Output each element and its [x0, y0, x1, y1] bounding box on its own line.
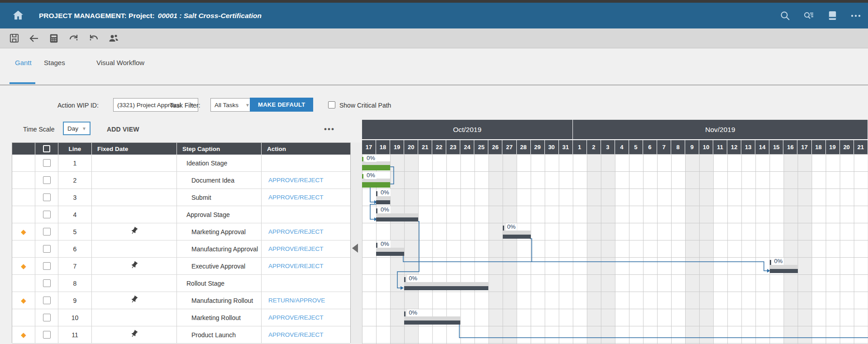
- bar-baseline-band: [404, 282, 488, 286]
- search-icon[interactable]: [779, 10, 791, 22]
- bar-baseline-band: [770, 265, 798, 269]
- gantt-bar-row-10[interactable]: 0%: [404, 309, 460, 326]
- day-cell: 9: [685, 140, 699, 154]
- gantt-bar-row-6[interactable]: 0%: [376, 240, 404, 257]
- fixed-date-cell: [92, 223, 177, 240]
- show-critical-path-label: Show Critical Path: [339, 102, 391, 109]
- tab-visual-workflow[interactable]: Visual Workflow: [96, 55, 144, 70]
- line-number-cell: 5: [58, 223, 92, 240]
- bar-progress-band: [503, 235, 531, 239]
- bar-baseline-band: [362, 179, 390, 182]
- app-header: PROJECT MANAGEMENT: Project: 00001 : Sal…: [0, 3, 868, 28]
- fixed-date-cell: [92, 292, 177, 309]
- time-scale-select[interactable]: Day ▼: [63, 122, 91, 135]
- gantt-bar-row-4[interactable]: 0%: [376, 206, 418, 223]
- checkbox-cell: [35, 326, 58, 343]
- day-cell: 19: [826, 140, 840, 154]
- search-list-icon[interactable]: [803, 10, 815, 22]
- row-checkbox[interactable]: [43, 193, 51, 201]
- action-link[interactable]: APPROVE/REJECT: [262, 177, 324, 184]
- save-icon[interactable]: [8, 33, 20, 44]
- table-menu-ellipsis-icon[interactable]: •••: [324, 125, 335, 134]
- month-cell: Nov/2019: [573, 120, 868, 140]
- add-view-button[interactable]: ADD VIEW: [107, 126, 139, 133]
- tab-gantt[interactable]: Gantt: [15, 55, 32, 70]
- select-all-checkbox[interactable]: [43, 145, 50, 152]
- checkbox-cell: [35, 240, 58, 257]
- action-link[interactable]: APPROVE/REJECT: [262, 228, 324, 235]
- column-header-milestone: [12, 143, 35, 155]
- gantt-bar-row-8[interactable]: 0%: [404, 274, 488, 292]
- overflow-menu-icon[interactable]: [850, 10, 862, 22]
- line-number-cell: 9: [58, 292, 92, 309]
- row-checkbox[interactable]: [43, 297, 51, 304]
- action-cell: [262, 275, 350, 292]
- row-checkbox[interactable]: [43, 176, 51, 184]
- tab-stages[interactable]: Stages: [44, 55, 65, 70]
- day-cell: 5: [629, 140, 643, 154]
- gantt-bar-row-1[interactable]: 0%: [362, 154, 390, 171]
- panel-splitter[interactable]: [351, 142, 362, 344]
- time-scale-label: Time Scale: [23, 126, 55, 133]
- task-filter-select[interactable]: All Tasks ▼: [210, 98, 254, 112]
- day-cell: 21: [418, 140, 432, 154]
- day-cell: 11: [713, 140, 727, 154]
- make-default-button[interactable]: MAKE DEFAULT: [250, 98, 313, 112]
- action-link[interactable]: APPROVE/REJECT: [262, 314, 324, 321]
- line-number-cell: 11: [58, 326, 92, 343]
- redo-icon[interactable]: [68, 33, 80, 44]
- line-number-cell: 3: [58, 189, 92, 206]
- step-caption-cell: Product Launch: [177, 326, 262, 343]
- action-link[interactable]: APPROVE/REJECT: [262, 331, 324, 338]
- gantt-bar-row-2[interactable]: 0%: [362, 171, 390, 188]
- tab-divider: [0, 85, 868, 85]
- day-cell: 4: [615, 140, 629, 154]
- checkbox-cell: [35, 309, 58, 326]
- log-book-icon[interactable]: [826, 10, 838, 22]
- page-title-value: 00001 : Salt Cross-Certification: [158, 12, 262, 20]
- collapse-panel-icon[interactable]: [352, 244, 358, 253]
- row-checkbox[interactable]: [43, 159, 51, 167]
- action-cell: RETURN/APPROVE: [262, 292, 350, 309]
- action-link[interactable]: APPROVE/REJECT: [262, 245, 324, 252]
- table-row: 1Ideation Stage: [12, 155, 350, 172]
- step-caption-cell: Executive Approval: [177, 258, 262, 274]
- day-cell: 25: [474, 140, 488, 154]
- row-checkbox[interactable]: [43, 279, 51, 287]
- gantt-bar-row-3[interactable]: 0%: [376, 188, 390, 206]
- page-title: PROJECT MANAGEMENT: Project: 00001 : Sal…: [39, 3, 262, 28]
- day-cell: 3: [601, 140, 615, 154]
- bar-baseline-band: [404, 316, 460, 320]
- fixed-date-cell: [92, 155, 177, 171]
- milestone-diamond-icon: ◆: [21, 297, 26, 304]
- row-checkbox[interactable]: [43, 228, 51, 236]
- fixed-date-cell: [92, 326, 177, 343]
- gantt-bar-row-7[interactable]: 0%: [770, 257, 798, 274]
- table-row: 3SubmitAPPROVE/REJECT: [12, 189, 350, 206]
- undo-icon[interactable]: [88, 33, 100, 44]
- row-checkbox[interactable]: [43, 245, 51, 253]
- calculator-icon[interactable]: [48, 33, 60, 44]
- action-link[interactable]: RETURN/APPROVE: [262, 297, 325, 304]
- action-cell: APPROVE/REJECT: [262, 189, 350, 206]
- row-checkbox[interactable]: [43, 211, 51, 218]
- back-icon[interactable]: [28, 33, 40, 44]
- row-checkbox[interactable]: [43, 314, 51, 321]
- gantt-bar-row-5[interactable]: 0%: [503, 223, 531, 240]
- people-icon[interactable]: [108, 33, 119, 44]
- fixed-date-cell: [92, 258, 177, 274]
- show-critical-path-checkbox[interactable]: [328, 101, 335, 108]
- bar-progress-band: [376, 217, 418, 221]
- day-cell: 27: [502, 140, 516, 154]
- action-link[interactable]: APPROVE/REJECT: [262, 194, 324, 201]
- home-icon[interactable]: [12, 9, 24, 22]
- line-number-cell: 8: [58, 275, 92, 292]
- checkbox-cell: [35, 155, 58, 171]
- pin-icon: [130, 330, 138, 340]
- fixed-date-cell: [92, 240, 177, 257]
- toolbar: [0, 28, 868, 48]
- row-checkbox[interactable]: [43, 331, 51, 339]
- row-checkbox[interactable]: [43, 262, 51, 270]
- action-link[interactable]: APPROVE/REJECT: [262, 263, 324, 269]
- action-cell: APPROVE/REJECT: [262, 223, 350, 240]
